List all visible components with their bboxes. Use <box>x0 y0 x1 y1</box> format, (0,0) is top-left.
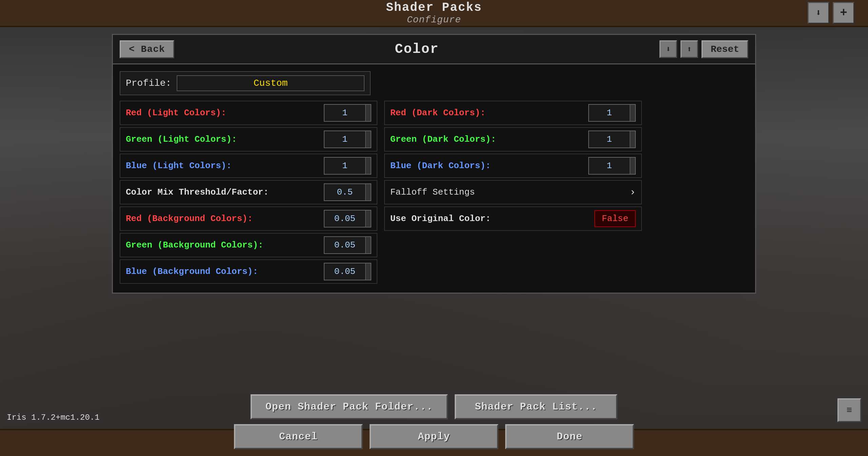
settings-right-column: Red (Dark Colors): Green (Dark Colors): … <box>384 101 642 286</box>
top-bar-title-area: Shader Packs Configure <box>386 1 482 25</box>
header-export-icon[interactable]: ⬆ <box>680 40 698 58</box>
setting-row-use-original: Use Original Color: False <box>384 206 642 231</box>
red-bg-drag[interactable] <box>365 211 371 227</box>
app-subtitle: Configure <box>386 15 482 25</box>
blue-dark-field[interactable] <box>589 161 630 171</box>
version-label: Iris 1.7.2+mc1.20.1 <box>7 413 100 422</box>
header-right-area: ⬇ ⬆ Reset <box>659 40 748 58</box>
top-bar-icons: ⬇ + <box>808 2 854 24</box>
shader-list-button[interactable]: Shader Pack List... <box>455 394 617 419</box>
back-button[interactable]: < Back <box>120 40 174 58</box>
red-light-input[interactable] <box>324 104 371 122</box>
apply-button[interactable]: Apply <box>370 424 498 449</box>
red-light-field[interactable] <box>324 108 365 118</box>
blue-light-field[interactable] <box>324 161 365 171</box>
blue-dark-drag[interactable] <box>630 158 635 174</box>
red-light-drag[interactable] <box>365 105 371 121</box>
cancel-button[interactable]: Cancel <box>234 424 363 449</box>
green-light-label: Green (Light Colors): <box>126 134 237 144</box>
profile-label: Profile: <box>126 78 171 88</box>
blue-bg-input[interactable] <box>324 263 371 280</box>
setting-row-color-mix: Color Mix Threshold/Factor: <box>120 180 377 204</box>
top-btn-row: Open Shader Pack Folder... Shader Pack L… <box>251 394 617 419</box>
setting-row-green-dark: Green (Dark Colors): <box>384 127 642 152</box>
green-bg-drag[interactable] <box>365 237 371 253</box>
profile-container: Profile: Custom <box>120 71 748 95</box>
red-bg-input[interactable] <box>324 210 371 227</box>
setting-row-red-light: Red (Light Colors): <box>120 101 377 125</box>
download-button[interactable]: ⬇ <box>808 2 829 24</box>
setting-row-red-dark: Red (Dark Colors): <box>384 101 642 125</box>
blue-bg-field[interactable] <box>324 266 365 277</box>
header-bar: < Back Color ⬇ ⬆ Reset <box>112 34 756 64</box>
corner-menu-icon[interactable]: ≡ <box>837 398 861 422</box>
blue-bg-drag[interactable] <box>365 263 371 280</box>
red-dark-field[interactable] <box>589 108 630 118</box>
setting-row-blue-light: Blue (Light Colors): <box>120 154 377 178</box>
green-light-input[interactable] <box>324 131 371 148</box>
section-title: Color <box>395 42 439 57</box>
main-content: < Back Color ⬇ ⬆ Reset Profile: Custom R… <box>0 27 868 429</box>
green-light-field[interactable] <box>324 134 365 144</box>
red-dark-drag[interactable] <box>630 105 635 121</box>
chevron-right-icon: › <box>630 186 636 198</box>
use-original-label: Use Original Color: <box>390 214 491 224</box>
profile-row: Profile: Custom <box>120 71 371 95</box>
reset-button[interactable]: Reset <box>702 40 748 58</box>
open-folder-button[interactable]: Open Shader Pack Folder... <box>251 394 448 419</box>
color-mix-drag[interactable] <box>365 184 371 200</box>
bottom-btn-row: Cancel Apply Done <box>234 424 634 449</box>
color-mix-field[interactable] <box>324 187 365 197</box>
green-dark-input[interactable] <box>588 131 636 148</box>
setting-row-blue-dark: Blue (Dark Colors): <box>384 154 642 178</box>
setting-row-green-light: Green (Light Colors): <box>120 127 377 152</box>
blue-bg-label: Blue (Background Colors): <box>126 266 258 277</box>
blue-light-label: Blue (Light Colors): <box>126 161 232 171</box>
blue-dark-label: Blue (Dark Colors): <box>390 161 491 171</box>
app-title: Shader Packs <box>386 1 482 15</box>
red-light-label: Red (Light Colors): <box>126 108 226 118</box>
red-dark-input[interactable] <box>588 104 636 122</box>
blue-light-input[interactable] <box>324 157 371 175</box>
falloff-settings-row[interactable]: Falloff Settings › <box>384 180 642 204</box>
green-dark-field[interactable] <box>589 134 630 144</box>
setting-row-blue-bg: Blue (Background Colors): <box>120 259 377 284</box>
settings-grid: Red (Light Colors): Green (Light Colors)… <box>120 101 748 286</box>
profile-value[interactable]: Custom <box>177 75 364 91</box>
blue-light-drag[interactable] <box>365 158 371 174</box>
setting-row-green-bg: Green (Background Colors): <box>120 233 377 257</box>
header-save-icon[interactable]: ⬇ <box>659 40 677 58</box>
settings-left-column: Red (Light Colors): Green (Light Colors)… <box>120 101 377 286</box>
top-bar: Shader Packs Configure ⬇ + <box>0 0 868 27</box>
green-bg-field[interactable] <box>324 240 365 250</box>
settings-panel: Profile: Custom Red (Light Colors): Gree… <box>112 64 756 294</box>
green-dark-label: Green (Dark Colors): <box>390 134 496 144</box>
green-bg-label: Green (Background Colors): <box>126 240 263 250</box>
green-light-drag[interactable] <box>365 131 371 147</box>
falloff-label: Falloff Settings <box>390 187 475 197</box>
red-dark-label: Red (Dark Colors): <box>390 108 486 118</box>
use-original-toggle[interactable]: False <box>594 210 636 227</box>
done-button[interactable]: Done <box>505 424 634 449</box>
blue-dark-input[interactable] <box>588 157 636 175</box>
color-mix-input[interactable] <box>324 183 371 201</box>
red-bg-field[interactable] <box>324 214 365 224</box>
bottom-buttons-area: Open Shader Pack Folder... Shader Pack L… <box>234 394 634 449</box>
color-mix-label: Color Mix Threshold/Factor: <box>126 187 269 197</box>
green-dark-drag[interactable] <box>630 131 635 147</box>
red-bg-label: Red (Background Colors): <box>126 214 253 224</box>
setting-row-red-bg: Red (Background Colors): <box>120 206 377 231</box>
green-bg-input[interactable] <box>324 236 371 254</box>
add-button[interactable]: + <box>833 2 854 24</box>
